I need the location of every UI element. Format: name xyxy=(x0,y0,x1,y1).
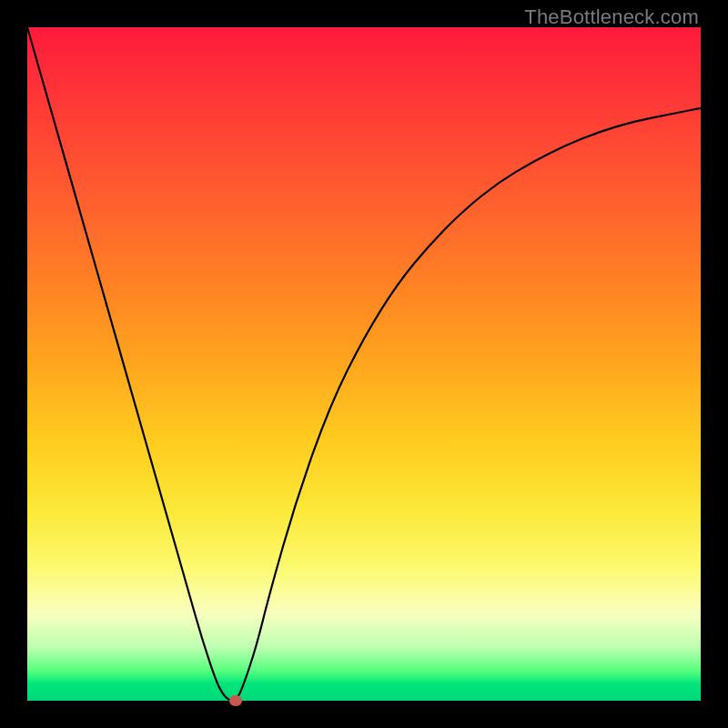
chart-frame: TheBottleneck.com xyxy=(0,0,728,728)
curve-path xyxy=(27,27,701,701)
plot-area xyxy=(27,27,701,701)
optimal-point-marker xyxy=(229,695,242,706)
bottleneck-curve xyxy=(27,27,701,701)
watermark-text: TheBottleneck.com xyxy=(524,5,699,29)
